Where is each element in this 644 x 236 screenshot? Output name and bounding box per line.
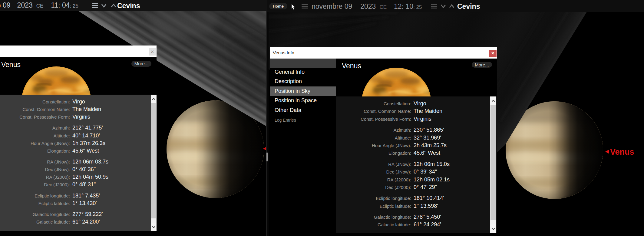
- svg-text:Venus: Venus: [610, 147, 634, 157]
